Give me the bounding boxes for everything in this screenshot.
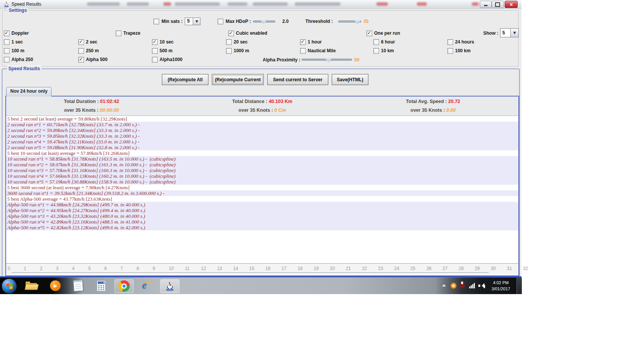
ruler-scrollbar-line[interactable]	[11, 272, 489, 273]
checkbox-1000-m[interactable]: 1000 m	[226, 48, 249, 54]
checkbox-doppler[interactable]: Doppler	[4, 30, 29, 36]
screen-capture: Speed Results × Settings Min sats : 5	[0, 0, 521, 294]
checkbox-100-km[interactable]: 100 km	[447, 48, 471, 54]
checkbox-label: 1 hour	[308, 39, 322, 45]
threshold-slider[interactable]	[338, 18, 361, 24]
min-sats-checkbox[interactable]	[153, 19, 159, 24]
network-icon[interactable]	[469, 283, 476, 288]
tray-orange-icon[interactable]	[450, 283, 457, 289]
ruler-tick: 32	[522, 264, 538, 274]
show-desktop-button[interactable]	[516, 278, 522, 294]
checkbox-box	[226, 39, 232, 45]
slider-thumb[interactable]	[261, 18, 266, 24]
checkbox-24-hours[interactable]: 24 hours	[447, 39, 474, 45]
taskbar-calculator[interactable]: 8	[94, 279, 108, 292]
titlebar-ghost	[87, 2, 120, 6]
checkbox-20-sec[interactable]: 20 sec	[226, 39, 248, 45]
result-line: 2 second run n°5 = 59.08km/h [31.90Knots…	[6, 145, 518, 150]
tray-power-icon[interactable]	[460, 283, 465, 288]
minimize-button[interactable]	[480, 1, 492, 8]
checkbox-10-sec[interactable]: 10 sec	[152, 39, 174, 45]
checkbox-one-per-run[interactable]: One per run	[366, 30, 400, 36]
checkbox-label: Doppler	[11, 31, 29, 36]
titlebar-ghost	[228, 2, 247, 6]
maximize-button[interactable]	[492, 1, 504, 8]
checkbox-label: 10 km	[381, 48, 394, 53]
checkbox-label: Cubic enabled	[236, 31, 267, 36]
alpha-proximity-value: 50	[354, 57, 359, 63]
recompute-all-button[interactable]: (Re)compute All	[162, 74, 208, 85]
taskbar-media-player[interactable]: ▶	[48, 279, 63, 292]
checkbox-cubic-enabled[interactable]: Cubic enabled	[228, 30, 267, 36]
alpha-proximity-label: Alpha Proximity :	[263, 57, 300, 63]
recompute-current-button[interactable]: (Re)compute Current	[212, 74, 264, 85]
checkbox-250-m[interactable]: 250 m	[78, 48, 99, 54]
min-sats-select[interactable]: 5 ▼	[185, 18, 200, 25]
folder-icon	[26, 282, 38, 290]
checkbox-1-hour[interactable]: 1 hour	[300, 39, 322, 45]
checkbox-label: Alpha 250	[11, 57, 33, 62]
slider-thumb[interactable]	[326, 56, 331, 62]
checkbox-label: 100 km	[455, 48, 471, 53]
checkbox-label: 500 m	[160, 48, 173, 53]
send-current-to-server-button[interactable]: Send current to Server	[267, 74, 328, 85]
show-select[interactable]: 5 ▼	[500, 28, 519, 37]
max-hdop-slider[interactable]	[253, 18, 275, 24]
tab-nov-24-hour-only[interactable]: Nov 24 hour only	[6, 87, 52, 97]
app-window: Speed Results × Settings Min sats : 5	[0, 0, 521, 277]
ruler-tick: 30	[490, 264, 506, 274]
alpha-proximity-slider[interactable]	[302, 56, 352, 63]
checkbox-trapeze[interactable]: Trapeze	[116, 30, 140, 36]
ruler-tick: 31	[506, 264, 522, 274]
desktop-canvas: Speed Results × Settings Min sats : 5	[0, 0, 644, 362]
checkbox-500-m[interactable]: 500 m	[152, 48, 173, 54]
checkbox-label: 1 sec	[11, 39, 23, 45]
checkbox-alpha-1000[interactable]: Alpha1000	[152, 56, 182, 63]
volume-icon[interactable]	[478, 283, 485, 288]
hidden-icons-chevron-icon[interactable]	[442, 284, 446, 286]
speed-results-panel-title: Speed Results	[7, 66, 42, 71]
checkbox-6-hour[interactable]: 6 hour	[373, 39, 395, 45]
checkbox-alpha-500[interactable]: Alpha 500	[78, 56, 108, 63]
show-value: 5	[500, 28, 510, 37]
chevron-down-icon[interactable]: ▼	[510, 28, 519, 37]
checkbox-1-sec[interactable]: 1 sec	[4, 39, 23, 45]
chevron-down-icon[interactable]: ▼	[193, 18, 200, 25]
result-line: 10 second run n°5 = 57.19km/h [30.88Knot…	[6, 179, 518, 185]
stat-label: Total Distance :	[232, 99, 267, 104]
checkbox-label: 100 m	[11, 48, 24, 53]
start-button[interactable]	[2, 278, 17, 294]
checkbox-box	[4, 31, 10, 36]
checkbox-box	[447, 48, 453, 54]
min-sats-group: Min sats : 5 ▼	[153, 18, 200, 25]
checkbox-10-km[interactable]: 10 km	[373, 48, 394, 54]
stat-label: Total Duration :	[64, 99, 98, 104]
stat-value: 40.103 Km	[269, 99, 292, 104]
checkbox-100-m[interactable]: 100 m	[4, 48, 24, 54]
results-tab-content: Total Duration : 01:02:42 over 35 Knots …	[5, 96, 519, 276]
clock-time: 4:02 PM	[487, 280, 515, 286]
taskbar-java-application[interactable]	[160, 279, 179, 293]
taskbar-internet-explorer[interactable]: e	[138, 279, 153, 292]
stat-over-value: 00:00:00	[100, 108, 119, 113]
checkbox-label: 2 sec	[86, 39, 97, 45]
taskbar-chrome[interactable]	[115, 279, 134, 293]
stat-over-value: 0.00	[446, 108, 455, 113]
result-line: Alpha-500 run n°3 = 43.20km/h [23.32Knot…	[6, 213, 518, 219]
stat-over-label: over 35 Knots :	[239, 108, 273, 113]
stat-label: Total Avg. Speed :	[406, 99, 447, 104]
taskbar-clock[interactable]: 4:02 PM 3/01/2017	[487, 280, 515, 292]
taskbar-notepad[interactable]	[71, 279, 86, 292]
titlebar-ghost	[163, 2, 171, 6]
close-button[interactable]: ×	[505, 1, 518, 8]
checkbox-2-sec[interactable]: 2 sec	[78, 39, 97, 45]
slider-thumb[interactable]	[355, 18, 360, 24]
result-line: 10 second run n°1 = 58.85km/h [31.78Knot…	[6, 156, 518, 162]
save-html-button[interactable]: Save(HTML)	[332, 74, 368, 85]
titlebar-ghost	[127, 2, 149, 6]
checkbox-alpha-250[interactable]: Alpha 250	[4, 56, 33, 63]
taskbar-windows-explorer[interactable]	[24, 279, 39, 292]
titlebar[interactable]: Speed Results ×	[0, 0, 521, 9]
checkbox-nautical-mile[interactable]: Nautical Mile	[300, 48, 336, 54]
max-hdop-checkbox[interactable]	[218, 19, 223, 24]
